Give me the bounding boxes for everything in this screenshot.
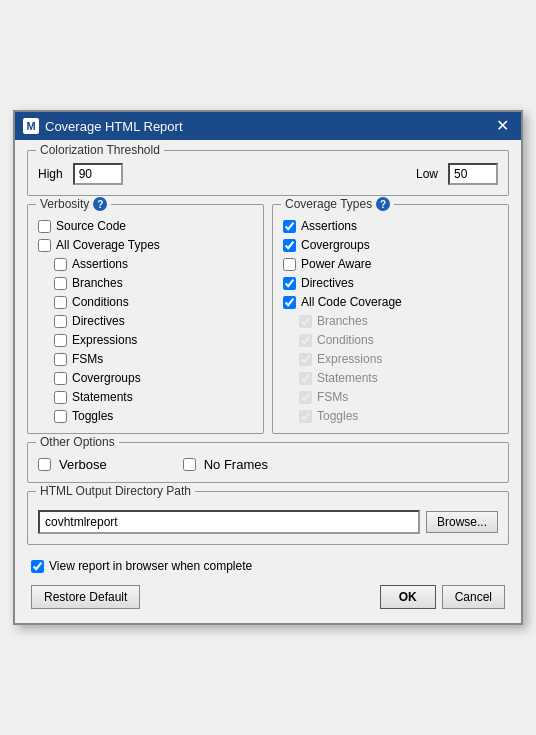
verbosity-expressions-label: Expressions (72, 333, 137, 347)
verbosity-assertions-row: Assertions (54, 257, 253, 271)
verbosity-statements-row: Statements (54, 390, 253, 404)
ct-poweraware-row: Power Aware (283, 257, 498, 271)
verbosity-covergroups-row: Covergroups (54, 371, 253, 385)
verbosity-group: Verbosity ? Source Code All Coverage Typ… (27, 204, 264, 434)
verbosity-source-code-checkbox[interactable] (38, 220, 51, 233)
colorization-group: Colorization Threshold High Low (27, 150, 509, 196)
ct-fsms-row: FSMs (299, 390, 498, 404)
no-frames-checkbox[interactable] (183, 458, 196, 471)
dir-input[interactable] (38, 510, 420, 534)
verbosity-fsms-row: FSMs (54, 352, 253, 366)
coverage-types-help-icon[interactable]: ? (376, 197, 390, 211)
ct-fsms-checkbox[interactable] (299, 391, 312, 404)
ct-expressions-checkbox[interactable] (299, 353, 312, 366)
ct-expressions-row: Expressions (299, 352, 498, 366)
ct-branches-checkbox[interactable] (299, 315, 312, 328)
ct-conditions-row: Conditions (299, 333, 498, 347)
verbosity-indented: Assertions Branches Conditions Dire (54, 257, 253, 423)
verbosity-covergroups-label: Covergroups (72, 371, 141, 385)
html-output-group: HTML Output Directory Path Browse... (27, 491, 509, 545)
high-label: High (38, 167, 63, 181)
verbosity-toggles-row: Toggles (54, 409, 253, 423)
view-report-checkbox[interactable] (31, 560, 44, 573)
titlebar-left: M Coverage HTML Report (23, 118, 183, 134)
other-options-row: Verbose No Frames (38, 451, 498, 472)
verbosity-assertions-label: Assertions (72, 257, 128, 271)
ct-poweraware-label: Power Aware (301, 257, 371, 271)
ct-statements-row: Statements (299, 371, 498, 385)
ct-statements-checkbox[interactable] (299, 372, 312, 385)
verbosity-toggles-checkbox[interactable] (54, 410, 67, 423)
low-label: Low (416, 167, 438, 181)
html-output-title: HTML Output Directory Path (36, 484, 195, 498)
ct-poweraware-checkbox[interactable] (283, 258, 296, 271)
ok-cancel-buttons: OK Cancel (380, 585, 505, 609)
ct-directives-checkbox[interactable] (283, 277, 296, 290)
ct-covergroups-checkbox[interactable] (283, 239, 296, 252)
verbosity-all-coverage-row: All Coverage Types (38, 238, 253, 252)
verbosity-covergroups-checkbox[interactable] (54, 372, 67, 385)
ct-directives-row: Directives (283, 276, 498, 290)
dialog-title: Coverage HTML Report (45, 119, 183, 134)
restore-default-button[interactable]: Restore Default (31, 585, 140, 609)
verbosity-branches-label: Branches (72, 276, 123, 290)
verbosity-expressions-row: Expressions (54, 333, 253, 347)
other-options-title: Other Options (36, 435, 119, 449)
view-report-row: View report in browser when complete (27, 553, 509, 577)
verbosity-source-code-label: Source Code (56, 219, 126, 233)
verbosity-branches-checkbox[interactable] (54, 277, 67, 290)
ct-conditions-label: Conditions (317, 333, 374, 347)
verbose-checkbox[interactable] (38, 458, 51, 471)
verbosity-assertions-checkbox[interactable] (54, 258, 67, 271)
verbosity-expressions-checkbox[interactable] (54, 334, 67, 347)
ct-expressions-label: Expressions (317, 352, 382, 366)
app-icon: M (23, 118, 39, 134)
low-input[interactable] (448, 163, 498, 185)
dir-row: Browse... (38, 506, 498, 534)
coverage-types-group: Coverage Types ? Assertions Covergroups … (272, 204, 509, 434)
ct-conditions-checkbox[interactable] (299, 334, 312, 347)
ct-toggles-checkbox[interactable] (299, 410, 312, 423)
verbosity-all-coverage-checkbox[interactable] (38, 239, 51, 252)
ct-branches-label: Branches (317, 314, 368, 328)
ct-indented: Branches Conditions Expressions Sta (299, 314, 498, 423)
ct-assertions-label: Assertions (301, 219, 357, 233)
footer-row: Restore Default OK Cancel (27, 577, 509, 613)
verbose-label: Verbose (59, 457, 107, 472)
ct-toggles-row: Toggles (299, 409, 498, 423)
verbosity-conditions-label: Conditions (72, 295, 129, 309)
ct-assertions-row: Assertions (283, 219, 498, 233)
verbosity-directives-label: Directives (72, 314, 125, 328)
colorization-title: Colorization Threshold (36, 143, 164, 157)
verbosity-statements-checkbox[interactable] (54, 391, 67, 404)
view-report-label: View report in browser when complete (49, 559, 252, 573)
titlebar: M Coverage HTML Report ✕ (15, 112, 521, 140)
colorization-row: High Low (38, 159, 498, 185)
ct-allcode-label: All Code Coverage (301, 295, 402, 309)
verbosity-directives-checkbox[interactable] (54, 315, 67, 328)
ct-branches-row: Branches (299, 314, 498, 328)
verbosity-statements-label: Statements (72, 390, 133, 404)
verbosity-fsms-checkbox[interactable] (54, 353, 67, 366)
verbosity-source-code-row: Source Code (38, 219, 253, 233)
ct-covergroups-row: Covergroups (283, 238, 498, 252)
no-frames-label: No Frames (204, 457, 268, 472)
ct-allcode-checkbox[interactable] (283, 296, 296, 309)
verbosity-conditions-checkbox[interactable] (54, 296, 67, 309)
verbosity-conditions-row: Conditions (54, 295, 253, 309)
coverage-types-title: Coverage Types ? (281, 197, 394, 211)
high-input[interactable] (73, 163, 123, 185)
verbosity-fsms-label: FSMs (72, 352, 103, 366)
coverage-html-report-dialog: M Coverage HTML Report ✕ Colorization Th… (13, 110, 523, 625)
two-col-section: Verbosity ? Source Code All Coverage Typ… (27, 204, 509, 434)
verbosity-help-icon[interactable]: ? (93, 197, 107, 211)
verbosity-all-coverage-label: All Coverage Types (56, 238, 160, 252)
ok-button[interactable]: OK (380, 585, 436, 609)
cancel-button[interactable]: Cancel (442, 585, 505, 609)
browse-button[interactable]: Browse... (426, 511, 498, 533)
close-button[interactable]: ✕ (492, 116, 513, 136)
ct-allcode-row: All Code Coverage (283, 295, 498, 309)
ct-assertions-checkbox[interactable] (283, 220, 296, 233)
verbosity-title: Verbosity ? (36, 197, 111, 211)
ct-toggles-label: Toggles (317, 409, 358, 423)
